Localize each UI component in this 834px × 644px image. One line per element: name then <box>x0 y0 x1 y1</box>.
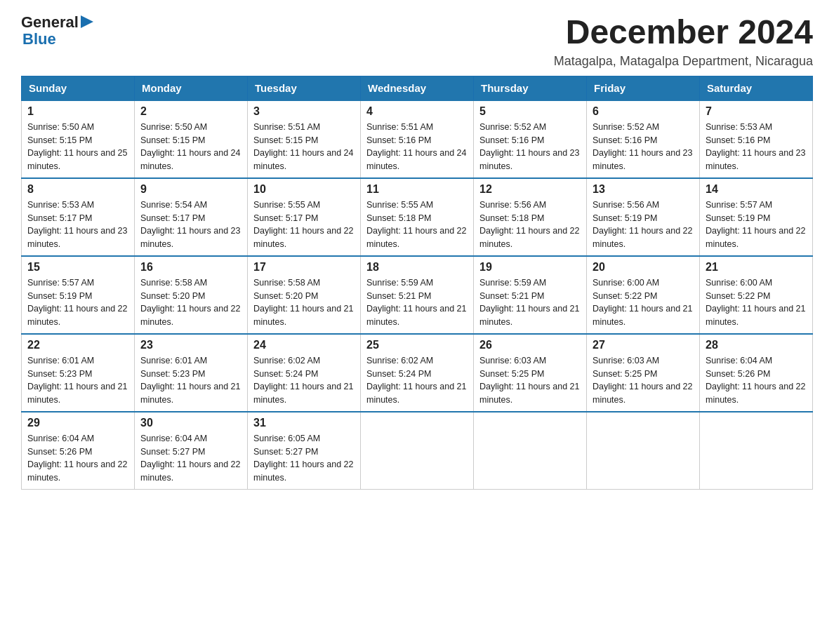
day-info: Sunrise: 5:50 AM Sunset: 5:15 PM Dayligh… <box>27 121 128 173</box>
calendar-cell: 30 Sunrise: 6:04 AM Sunset: 5:27 PM Dayl… <box>135 412 248 490</box>
day-info: Sunrise: 6:00 AM Sunset: 5:22 PM Dayligh… <box>593 276 694 329</box>
calendar-cell: 17 Sunrise: 5:58 AM Sunset: 5:20 PM Dayl… <box>248 256 361 334</box>
column-header-wednesday: Wednesday <box>361 76 474 100</box>
calendar-cell: 9 Sunrise: 5:54 AM Sunset: 5:17 PM Dayli… <box>135 178 248 256</box>
day-info: Sunrise: 6:01 AM Sunset: 5:23 PM Dayligh… <box>27 354 128 407</box>
day-number: 7 <box>706 105 807 118</box>
day-number: 30 <box>140 417 241 429</box>
day-number: 18 <box>366 261 468 274</box>
logo: General Blue <box>21 14 93 48</box>
day-number: 26 <box>479 339 581 351</box>
calendar-cell <box>587 412 700 490</box>
day-number: 31 <box>253 417 355 429</box>
calendar-cell: 5 Sunrise: 5:52 AM Sunset: 5:16 PM Dayli… <box>474 100 587 178</box>
calendar-week-5: 29 Sunrise: 6:04 AM Sunset: 5:26 PM Dayl… <box>22 412 813 490</box>
calendar-cell <box>700 412 813 490</box>
title-block: December 2024 Matagalpa, Matagalpa Depar… <box>554 14 813 69</box>
calendar-week-4: 22 Sunrise: 6:01 AM Sunset: 5:23 PM Dayl… <box>22 334 813 412</box>
day-number: 24 <box>253 339 355 351</box>
day-info: Sunrise: 5:51 AM Sunset: 5:15 PM Dayligh… <box>253 121 355 173</box>
page-title: December 2024 <box>554 14 813 51</box>
calendar-cell: 8 Sunrise: 5:53 AM Sunset: 5:17 PM Dayli… <box>22 178 135 256</box>
calendar-table: SundayMondayTuesdayWednesdayThursdayFrid… <box>21 76 813 490</box>
day-number: 1 <box>27 105 128 118</box>
calendar-header-row: SundayMondayTuesdayWednesdayThursdayFrid… <box>22 76 813 100</box>
day-number: 16 <box>140 261 241 274</box>
svg-marker-0 <box>81 15 93 28</box>
day-info: Sunrise: 6:00 AM Sunset: 5:22 PM Dayligh… <box>706 276 807 329</box>
column-header-tuesday: Tuesday <box>248 76 361 100</box>
day-info: Sunrise: 6:04 AM Sunset: 5:26 PM Dayligh… <box>27 432 128 485</box>
calendar-cell: 1 Sunrise: 5:50 AM Sunset: 5:15 PM Dayli… <box>22 100 135 178</box>
day-info: Sunrise: 5:56 AM Sunset: 5:18 PM Dayligh… <box>479 199 581 251</box>
calendar-cell: 26 Sunrise: 6:03 AM Sunset: 5:25 PM Dayl… <box>474 334 587 412</box>
calendar-cell: 22 Sunrise: 6:01 AM Sunset: 5:23 PM Dayl… <box>22 334 135 412</box>
day-number: 2 <box>140 105 241 118</box>
day-info: Sunrise: 6:04 AM Sunset: 5:27 PM Dayligh… <box>140 432 241 485</box>
calendar-cell: 7 Sunrise: 5:53 AM Sunset: 5:16 PM Dayli… <box>700 100 813 178</box>
logo-arrow-icon <box>81 15 93 28</box>
calendar-cell: 21 Sunrise: 6:00 AM Sunset: 5:22 PM Dayl… <box>700 256 813 334</box>
calendar-cell <box>474 412 587 490</box>
day-number: 21 <box>706 261 807 274</box>
day-info: Sunrise: 5:54 AM Sunset: 5:17 PM Dayligh… <box>140 199 241 251</box>
calendar-week-3: 15 Sunrise: 5:57 AM Sunset: 5:19 PM Dayl… <box>22 256 813 334</box>
day-info: Sunrise: 6:01 AM Sunset: 5:23 PM Dayligh… <box>140 354 241 407</box>
column-header-thursday: Thursday <box>474 76 587 100</box>
day-info: Sunrise: 5:56 AM Sunset: 5:19 PM Dayligh… <box>593 199 694 251</box>
day-info: Sunrise: 5:52 AM Sunset: 5:16 PM Dayligh… <box>593 121 694 173</box>
day-number: 3 <box>253 105 355 118</box>
day-info: Sunrise: 5:51 AM Sunset: 5:16 PM Dayligh… <box>366 121 468 173</box>
calendar-cell: 3 Sunrise: 5:51 AM Sunset: 5:15 PM Dayli… <box>248 100 361 178</box>
day-info: Sunrise: 5:57 AM Sunset: 5:19 PM Dayligh… <box>27 276 128 329</box>
calendar-cell: 27 Sunrise: 6:03 AM Sunset: 5:25 PM Dayl… <box>587 334 700 412</box>
day-number: 11 <box>366 183 468 196</box>
day-number: 6 <box>593 105 694 118</box>
calendar-cell: 23 Sunrise: 6:01 AM Sunset: 5:23 PM Dayl… <box>135 334 248 412</box>
day-number: 9 <box>140 183 241 196</box>
day-number: 14 <box>706 183 807 196</box>
column-header-saturday: Saturday <box>700 76 813 100</box>
calendar-cell: 13 Sunrise: 5:56 AM Sunset: 5:19 PM Dayl… <box>587 178 700 256</box>
day-number: 28 <box>706 339 807 351</box>
day-number: 17 <box>253 261 355 274</box>
calendar-cell: 4 Sunrise: 5:51 AM Sunset: 5:16 PM Dayli… <box>361 100 474 178</box>
day-info: Sunrise: 6:03 AM Sunset: 5:25 PM Dayligh… <box>479 354 581 407</box>
column-header-friday: Friday <box>587 76 700 100</box>
logo-blue: Blue <box>21 31 56 48</box>
day-info: Sunrise: 5:59 AM Sunset: 5:21 PM Dayligh… <box>479 276 581 329</box>
day-info: Sunrise: 5:52 AM Sunset: 5:16 PM Dayligh… <box>479 121 581 173</box>
day-number: 5 <box>479 105 581 118</box>
day-number: 13 <box>593 183 694 196</box>
calendar-cell: 24 Sunrise: 6:02 AM Sunset: 5:24 PM Dayl… <box>248 334 361 412</box>
calendar-week-1: 1 Sunrise: 5:50 AM Sunset: 5:15 PM Dayli… <box>22 100 813 178</box>
day-info: Sunrise: 6:02 AM Sunset: 5:24 PM Dayligh… <box>253 354 355 407</box>
day-info: Sunrise: 5:53 AM Sunset: 5:17 PM Dayligh… <box>27 199 128 251</box>
calendar-cell: 15 Sunrise: 5:57 AM Sunset: 5:19 PM Dayl… <box>22 256 135 334</box>
day-info: Sunrise: 5:57 AM Sunset: 5:19 PM Dayligh… <box>706 199 807 251</box>
day-info: Sunrise: 6:05 AM Sunset: 5:27 PM Dayligh… <box>253 432 355 485</box>
day-number: 29 <box>27 417 128 429</box>
page-header: General Blue December 2024 Matagalpa, Ma… <box>21 14 813 69</box>
day-info: Sunrise: 6:04 AM Sunset: 5:26 PM Dayligh… <box>706 354 807 407</box>
day-info: Sunrise: 6:03 AM Sunset: 5:25 PM Dayligh… <box>593 354 694 407</box>
day-info: Sunrise: 5:58 AM Sunset: 5:20 PM Dayligh… <box>253 276 355 329</box>
calendar-cell: 11 Sunrise: 5:55 AM Sunset: 5:18 PM Dayl… <box>361 178 474 256</box>
day-info: Sunrise: 5:59 AM Sunset: 5:21 PM Dayligh… <box>366 276 468 329</box>
day-info: Sunrise: 5:55 AM Sunset: 5:18 PM Dayligh… <box>366 199 468 251</box>
page-subtitle: Matagalpa, Matagalpa Department, Nicarag… <box>554 54 813 69</box>
calendar-cell: 28 Sunrise: 6:04 AM Sunset: 5:26 PM Dayl… <box>700 334 813 412</box>
column-header-sunday: Sunday <box>22 76 135 100</box>
day-info: Sunrise: 5:50 AM Sunset: 5:15 PM Dayligh… <box>140 121 241 173</box>
calendar-cell: 12 Sunrise: 5:56 AM Sunset: 5:18 PM Dayl… <box>474 178 587 256</box>
calendar-cell: 19 Sunrise: 5:59 AM Sunset: 5:21 PM Dayl… <box>474 256 587 334</box>
day-number: 8 <box>27 183 128 196</box>
day-number: 25 <box>366 339 468 351</box>
calendar-cell: 6 Sunrise: 5:52 AM Sunset: 5:16 PM Dayli… <box>587 100 700 178</box>
day-number: 27 <box>593 339 694 351</box>
calendar-cell: 25 Sunrise: 6:02 AM Sunset: 5:24 PM Dayl… <box>361 334 474 412</box>
calendar-cell: 18 Sunrise: 5:59 AM Sunset: 5:21 PM Dayl… <box>361 256 474 334</box>
column-header-monday: Monday <box>135 76 248 100</box>
calendar-cell <box>361 412 474 490</box>
day-number: 19 <box>479 261 581 274</box>
